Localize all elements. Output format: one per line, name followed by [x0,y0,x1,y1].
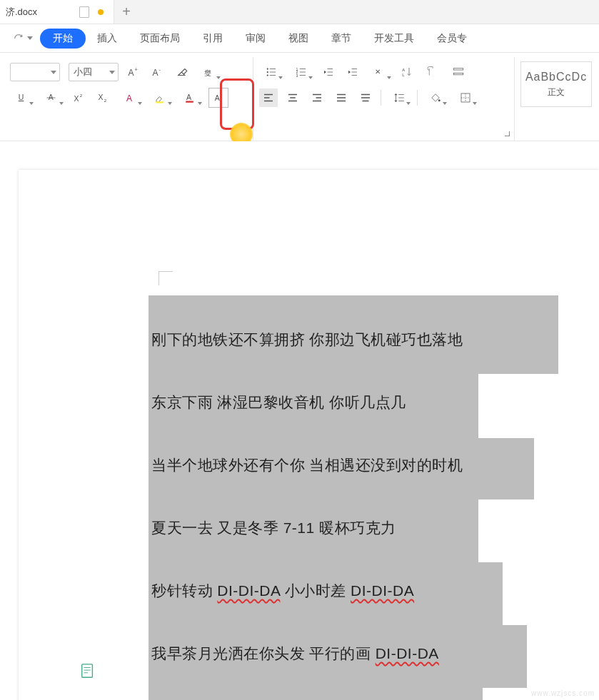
text-line: 我早茶月光洒在你头发 平行的画 DI-DI-DA [151,644,439,664]
numbering-button[interactable]: 123 [289,63,313,81]
titlebar: 济.docx + [0,0,599,24]
svg-rect-13 [156,101,163,103]
line-spacing-button[interactable] [387,88,411,107]
document-tab[interactable]: 济.docx [0,0,114,24]
document-area: 刚下的地铁还不算拥挤 你那边飞机碰巧也落地 东京下雨 淋湿巴黎收音机 你听几点几… [0,141,599,700]
tab-home[interactable]: 开始 [40,29,86,49]
svg-rect-15 [186,101,193,103]
svg-text:A: A [186,93,191,101]
svg-text:A: A [129,68,134,78]
subscript-icon: X2 [97,91,110,104]
svg-text:A: A [153,68,158,78]
svg-rect-63 [82,664,93,677]
document-icon [79,6,89,18]
underline-button[interactable]: U [10,88,34,107]
style-preview: AaBbCcDc [525,71,587,83]
bullets-button[interactable] [259,63,283,81]
phonetic-icon: 燮 [203,66,216,78]
text-line: 秒针转动 DI-DI-DA 小小时差 DI-DI-DA [151,581,414,601]
shading-button[interactable] [423,88,448,107]
font-family-select[interactable] [10,63,60,81]
page[interactable]: 刚下的地铁还不算拥挤 你那边飞机碰巧也落地 东京下雨 淋湿巴黎收音机 你听几点几… [19,170,599,700]
svg-text:A: A [126,93,132,103]
pilcrow-icon [425,66,438,78]
svg-rect-38 [453,69,463,70]
font-dialog-launcher[interactable] [243,131,248,136]
font-size-select[interactable]: 小四 [69,63,119,81]
svg-text:A: A [49,93,54,101]
show-marks-button[interactable] [422,63,441,81]
svg-text:燮: 燮 [204,69,211,77]
align-left-button[interactable] [259,88,278,107]
chevron-down-icon [109,71,115,74]
outline-pane-button[interactable] [80,663,96,683]
increase-font-icon: A+ [127,66,140,78]
character-border-button[interactable]: A [208,88,228,108]
border-icon [459,91,472,104]
redo-button[interactable] [6,33,40,44]
clear-format-button[interactable] [173,63,191,81]
align-right-icon [311,91,323,104]
watermark: www.wzjscs.com [531,689,595,697]
asian-layout-button[interactable]: ✕ [368,63,392,81]
tab-insert[interactable]: 插入 [86,28,129,49]
svg-text:X: X [99,93,104,101]
phonetic-guide-button[interactable]: 燮 [197,63,221,81]
chevron-down-icon [29,102,34,105]
tab-section[interactable]: 章节 [320,28,363,49]
distribute-icon [359,91,372,104]
tab-member[interactable]: 会员专 [426,28,478,49]
superscript-icon: X2 [73,91,86,104]
highlight-color-button[interactable] [149,88,173,107]
align-center-button[interactable] [283,88,302,107]
tab-devtools[interactable]: 开发工具 [363,28,426,49]
sort-icon: AL [401,66,413,78]
font-color-button[interactable]: A [178,88,203,107]
outline-icon [80,663,96,680]
chevron-down-icon [308,76,313,79]
tab-stop-icon [452,66,465,78]
align-justify-icon [335,91,348,104]
tab-review[interactable]: 审阅 [234,28,277,49]
outdent-icon [322,66,335,78]
increase-indent-button[interactable] [343,63,362,81]
paragraph-dialog-launcher[interactable] [504,131,510,136]
chevron-down-icon [473,102,477,105]
text-effects-button[interactable]: A [119,88,143,107]
superscript-button[interactable]: X2 [70,88,89,107]
decrease-indent-button[interactable] [319,63,338,81]
character-border-icon: A [212,91,225,104]
subscript-button[interactable]: X2 [94,88,113,107]
strikethrough-button[interactable]: A [40,88,64,107]
align-right-button[interactable] [308,88,326,107]
chevron-down-icon [278,76,283,79]
tab-layout[interactable]: 页面布局 [129,28,191,49]
chevron-down-icon [198,102,202,105]
border-button[interactable] [453,88,478,107]
tabs-button[interactable] [446,63,470,81]
align-justify-button[interactable] [332,88,351,107]
style-normal[interactable]: AaBbCcDc 正文 [520,61,592,107]
svg-text:A: A [402,68,405,72]
ribbon-toolbar: 小四 A+ A- 燮 U A [0,53,599,141]
sort-button[interactable]: AL [398,63,416,81]
text-line: 当半个地球外还有个你 当相遇还没到对的时机 [151,455,463,475]
chevron-down-icon [27,36,33,40]
increase-font-button[interactable]: A+ [124,63,143,81]
svg-point-59 [438,99,440,101]
tab-reference[interactable]: 引用 [191,28,234,49]
chevron-down-icon [406,102,411,105]
text-line: 刚下的地铁还不算拥挤 你那边飞机碰巧也落地 [151,330,463,350]
new-tab-button[interactable]: + [114,0,139,24]
paint-bucket-icon [429,91,442,104]
chevron-down-icon [168,102,172,105]
redo-icon [13,33,24,44]
decrease-font-button[interactable]: A- [149,63,167,81]
chevron-down-icon [443,102,447,105]
ruler-corner-icon [158,271,173,285]
tab-view[interactable]: 视图 [277,28,320,49]
selection [149,688,483,700]
decrease-font-icon: A- [151,66,164,78]
chevron-down-icon [216,76,221,79]
align-distribute-button[interactable] [356,88,375,107]
